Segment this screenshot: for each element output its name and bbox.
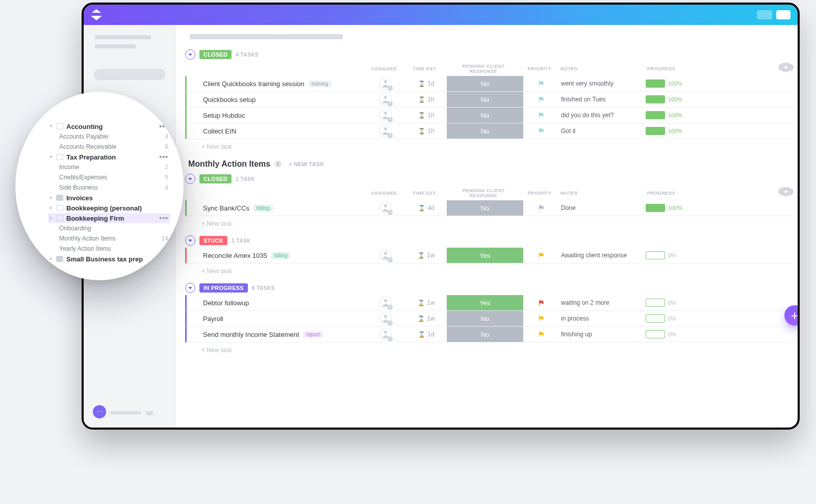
add-assignee-icon[interactable]: + bbox=[379, 312, 392, 325]
time-estimate[interactable]: ⌛1w bbox=[406, 315, 447, 322]
progress-cell[interactable]: 0% bbox=[646, 314, 697, 323]
sidebar-tree-item[interactable]: Bookkeeping Firm••• bbox=[48, 213, 170, 223]
notes-cell[interactable]: did you do this yet? bbox=[559, 112, 646, 119]
time-estimate[interactable]: ⌛1d bbox=[406, 80, 447, 87]
progress-cell[interactable]: 0% bbox=[646, 299, 697, 307]
assignee-cell[interactable]: + bbox=[365, 93, 406, 105]
more-icon[interactable]: ••• bbox=[159, 153, 168, 161]
new-task-link[interactable]: + New task bbox=[201, 268, 798, 275]
assignee-cell[interactable]: + bbox=[365, 249, 406, 261]
new-task-button[interactable]: + NEW TASK bbox=[289, 161, 324, 167]
add-assignee-icon[interactable]: + bbox=[379, 109, 392, 121]
progress-cell[interactable]: 0% bbox=[646, 251, 697, 259]
priority-cell[interactable] bbox=[523, 80, 559, 87]
new-task-link[interactable]: + New task bbox=[201, 347, 798, 354]
sidebar-tree-item[interactable]: Bookkeeping (personal) bbox=[48, 203, 170, 213]
sidebar-tree-item[interactable]: Tax Preparation••• bbox=[48, 152, 170, 162]
time-estimate[interactable]: ⌛1d bbox=[406, 331, 447, 338]
notes-cell[interactable]: finished on Tues bbox=[559, 96, 646, 103]
progress-cell[interactable]: 100% bbox=[646, 204, 697, 212]
add-assignee-icon[interactable]: + bbox=[379, 93, 392, 105]
notes-cell[interactable]: Done bbox=[559, 204, 646, 211]
assignee-cell[interactable]: + bbox=[365, 297, 406, 309]
task-tag[interactable]: report bbox=[303, 331, 323, 338]
status-chip[interactable]: CLOSED bbox=[199, 50, 232, 59]
progress-cell[interactable]: 0% bbox=[646, 330, 697, 338]
task-name[interactable]: Collect EIN bbox=[187, 127, 365, 135]
task-row[interactable]: Reconcile Amex 1035billing+⌛1wYesAwaitin… bbox=[185, 248, 798, 263]
notes-cell[interactable]: Awaiting client response bbox=[559, 252, 646, 259]
add-assignee-icon[interactable]: + bbox=[379, 328, 392, 340]
task-row[interactable]: Debtor followup+⌛1wYeswaiting on 2 more0… bbox=[185, 295, 798, 311]
assignee-cell[interactable]: + bbox=[365, 202, 406, 214]
progress-cell[interactable]: 100% bbox=[646, 111, 697, 119]
assignee-cell[interactable]: + bbox=[365, 77, 406, 90]
pending-cell[interactable]: No bbox=[447, 108, 523, 123]
pending-cell[interactable]: Yes bbox=[447, 295, 523, 310]
assignee-cell[interactable]: + bbox=[365, 312, 406, 325]
pending-cell[interactable]: No bbox=[447, 76, 523, 91]
progress-cell[interactable]: 100% bbox=[646, 95, 697, 103]
topbar-button-2[interactable] bbox=[776, 10, 790, 19]
notes-cell[interactable]: waiting on 2 more bbox=[559, 299, 646, 306]
topbar-button-1[interactable] bbox=[757, 10, 772, 19]
pending-cell[interactable]: No bbox=[447, 123, 523, 139]
time-estimate[interactable]: ⌛1w bbox=[406, 299, 447, 306]
progress-cell[interactable]: 100% bbox=[646, 127, 697, 135]
task-name[interactable]: Send monthly Income Statementreport bbox=[187, 331, 365, 338]
time-estimate[interactable]: ⌛1h bbox=[406, 112, 447, 119]
task-row[interactable]: Send monthly Income Statementreport+⌛1dN… bbox=[185, 327, 798, 342]
add-assignee-icon[interactable]: + bbox=[379, 77, 392, 90]
notes-cell[interactable]: finishing up bbox=[559, 331, 646, 338]
priority-cell[interactable] bbox=[523, 299, 559, 306]
task-name[interactable]: Sync Bank/CCsbilling bbox=[187, 204, 365, 212]
assignee-cell[interactable]: + bbox=[365, 125, 406, 137]
collapse-toggle-icon[interactable] bbox=[185, 235, 195, 246]
sidebar-tree-item[interactable]: Monthly Action Items14 bbox=[48, 233, 170, 244]
notes-cell[interactable]: in process bbox=[559, 315, 646, 322]
pending-cell[interactable]: No bbox=[447, 92, 523, 107]
task-name[interactable]: Debtor followup bbox=[187, 299, 365, 307]
search-input[interactable] bbox=[94, 69, 165, 80]
assignee-cell[interactable]: + bbox=[365, 109, 406, 121]
more-icon[interactable]: ••• bbox=[159, 214, 168, 222]
add-assignee-icon[interactable]: + bbox=[379, 297, 392, 309]
collapse-toggle-icon[interactable] bbox=[185, 283, 195, 293]
add-assignee-icon[interactable]: + bbox=[379, 202, 392, 214]
status-chip[interactable]: CLOSED bbox=[199, 174, 232, 183]
pending-cell[interactable]: Yes bbox=[447, 248, 523, 263]
task-row[interactable]: Collect EIN+⌛1hNoGot it100% bbox=[185, 123, 798, 139]
notes-cell[interactable]: Got it bbox=[559, 127, 646, 135]
progress-cell[interactable]: 100% bbox=[646, 79, 697, 88]
assignee-cell[interactable]: + bbox=[365, 328, 406, 340]
sidebar-tree-item[interactable]: Yearly Action Items2 bbox=[48, 244, 170, 254]
sidebar-tree-item[interactable]: Income2 bbox=[48, 162, 170, 172]
task-tag[interactable]: training bbox=[309, 81, 332, 87]
task-row[interactable]: Payroll+⌛1wNoin process0% bbox=[185, 311, 798, 327]
sidebar-tree-item[interactable]: Accounts Payable4 bbox=[48, 131, 170, 142]
priority-cell[interactable] bbox=[523, 96, 559, 103]
task-name[interactable]: Setup Hubdoc bbox=[187, 112, 365, 119]
sidebar-tree-item[interactable]: Side Business4 bbox=[48, 182, 170, 193]
sidebar-tree-item[interactable]: Accounting••• bbox=[48, 121, 170, 131]
collapse-toggle-icon[interactable] bbox=[185, 174, 195, 184]
task-row[interactable]: Client Quickbooks training sessiontraini… bbox=[185, 76, 798, 92]
priority-cell[interactable] bbox=[523, 204, 559, 211]
task-row[interactable]: Setup Hubdoc+⌛1hNodid you do this yet?10… bbox=[185, 108, 798, 123]
notes-cell[interactable]: went very smoothly bbox=[559, 80, 646, 87]
priority-cell[interactable] bbox=[523, 315, 559, 322]
task-row[interactable]: Quickbooks setup+⌛1hNofinished on Tues10… bbox=[185, 92, 798, 108]
task-tag[interactable]: billing bbox=[253, 205, 273, 211]
time-estimate[interactable]: ⌛1h bbox=[406, 96, 447, 103]
pending-cell[interactable]: No bbox=[447, 327, 523, 342]
new-task-link[interactable]: + New task bbox=[201, 143, 798, 150]
task-name[interactable]: Client Quickbooks training sessiontraini… bbox=[187, 80, 365, 88]
status-chip[interactable]: IN PROGRESS bbox=[199, 283, 248, 293]
priority-cell[interactable] bbox=[523, 331, 559, 338]
task-name[interactable]: Payroll bbox=[187, 315, 365, 323]
priority-cell[interactable] bbox=[523, 252, 559, 259]
time-estimate[interactable]: ⌛1h bbox=[406, 127, 447, 135]
task-name[interactable]: Reconcile Amex 1035billing bbox=[187, 252, 365, 259]
collapse-toggle-icon[interactable] bbox=[185, 49, 195, 60]
info-icon[interactable]: i bbox=[274, 161, 282, 168]
